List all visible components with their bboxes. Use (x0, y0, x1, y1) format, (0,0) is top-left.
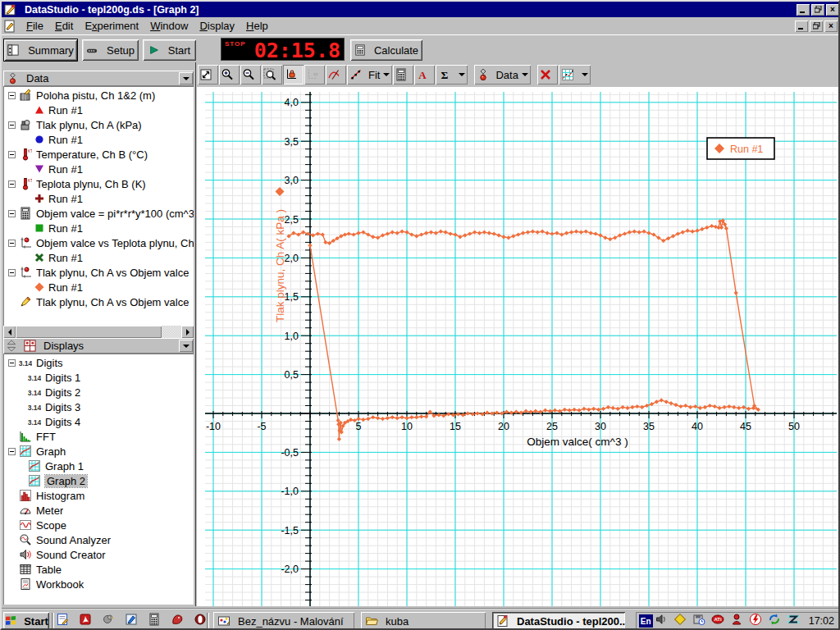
calculator-button[interactable] (393, 65, 413, 84)
run-tree-item[interactable]: Run #1 (3, 221, 194, 235)
expand-collapse-box[interactable] (8, 269, 16, 276)
expand-collapse-box[interactable] (8, 448, 16, 455)
data-tree-item[interactable]: Tlak plynu, Ch A vs Objem valce (3, 294, 194, 309)
calculate-button[interactable]: Calculate (350, 39, 422, 61)
summary-button[interactable]: Summary (4, 39, 77, 61)
tray-agent-button[interactable] (730, 613, 747, 629)
tray-volume-button[interactable] (655, 613, 672, 629)
menu-edit[interactable]: Edit (49, 18, 79, 34)
display-tree-item[interactable]: Sound Analyzer (3, 532, 194, 547)
data-tree-hscrollbar[interactable] (3, 326, 194, 338)
panel-splitter-icon[interactable] (7, 340, 16, 352)
tray-lightning-button[interactable] (749, 613, 766, 629)
text-note-button[interactable]: A (414, 65, 435, 84)
restore-button[interactable] (811, 4, 824, 16)
data-tree-item[interactable]: Objem valce = pi*r*r*y*100 (cm^3) (3, 206, 194, 221)
menu-help[interactable]: Help (240, 18, 274, 34)
display-child-item[interactable]: 3.14Digits 1 (3, 370, 194, 385)
expand-collapse-box[interactable] (8, 121, 16, 129)
display-child-item[interactable]: Graph 2 (3, 473, 194, 488)
data-tree-item[interactable]: Tlak plynu, Ch A (kPa) (3, 117, 194, 132)
expand-collapse-box[interactable] (8, 210, 16, 217)
display-child-item[interactable]: Graph 1 (3, 459, 194, 473)
tray-z-wave-button[interactable] (787, 613, 804, 629)
setup-button[interactable]: Setup (82, 39, 139, 61)
start-menu-button[interactable]: Start (3, 612, 49, 630)
quicklaunch-dragon-button[interactable] (171, 613, 188, 629)
zoom-out-button[interactable] (240, 65, 261, 84)
display-tree-item[interactable]: Table (3, 562, 194, 577)
display-tree-item[interactable]: Workbook (3, 577, 194, 591)
run-tree-item[interactable]: Run #1 (3, 280, 194, 294)
display-tree-item[interactable]: FFT (3, 429, 194, 444)
display-tree-item[interactable]: Graph (3, 444, 194, 459)
expand-collapse-box[interactable] (8, 359, 16, 367)
display-tree-item[interactable]: Sound Creator (3, 547, 194, 562)
zoom-select-button[interactable] (262, 65, 282, 84)
task-button-3[interactable]: DataStudio - tepl200... (492, 612, 625, 630)
run-tree-item[interactable]: Run #1 (3, 250, 194, 265)
statistics-button[interactable]: Σ (436, 65, 468, 84)
quicklaunch-draw-button[interactable] (125, 613, 142, 629)
run-tree-item[interactable]: Run #1 (3, 191, 194, 206)
fit-menu-button[interactable]: Fit (347, 65, 392, 84)
expand-collapse-box[interactable] (8, 92, 16, 99)
run-tree-item[interactable]: Run #1 (3, 103, 194, 117)
tray-disk-clock-button[interactable] (692, 613, 710, 629)
data-tree-item[interactable]: Objem valce vs Teplota plynu, Ch B (3, 235, 194, 250)
delete-button[interactable] (537, 65, 558, 84)
expand-collapse-box[interactable] (8, 151, 16, 158)
data-tree-item[interactable]: Poloha pistu, Ch 1&2 (m) (3, 88, 194, 103)
task-button-1[interactable]: Bez_názvu - Malování (213, 612, 354, 630)
display-tree-item[interactable]: 3.14Digits (3, 355, 194, 370)
child-close-button[interactable]: × (824, 21, 838, 32)
child-minimize-button[interactable] (795, 21, 808, 32)
data-panel-header[interactable]: Data (3, 71, 194, 86)
run-tree-item[interactable]: Run #1 (3, 162, 194, 176)
display-child-item[interactable]: 3.14Digits 3 (3, 399, 194, 414)
data-panel-dropdown-button[interactable] (179, 72, 193, 84)
data-tree-item[interactable]: Tlak plynu, Ch A vs Objem valce (3, 265, 194, 280)
expand-collapse-box[interactable] (8, 180, 16, 188)
data-menu-button[interactable]: Data (474, 65, 530, 84)
graph-settings-button[interactable] (559, 65, 591, 84)
child-restore-button[interactable] (810, 21, 823, 32)
data-tree-item[interactable]: KTDTeplota plynu, Ch B (K) (3, 176, 194, 191)
scale-to-fit-button[interactable] (198, 65, 218, 84)
displays-panel-dropdown-button[interactable] (179, 340, 193, 352)
display-tree-item[interactable]: Scope (3, 518, 194, 532)
menu-experiment[interactable]: Experiment (79, 18, 144, 34)
data-tree-item[interactable]: KTDTemperature, Ch B (°C) (3, 147, 194, 162)
scroll-right-button[interactable] (181, 326, 194, 338)
display-tree-item[interactable]: Histogram (3, 488, 194, 503)
menu-display[interactable]: Display (194, 18, 240, 34)
expand-collapse-box[interactable] (8, 240, 16, 247)
display-tree-item[interactable]: Meter (3, 503, 194, 518)
quicklaunch-bird-button[interactable] (102, 613, 119, 629)
tray-yellow-diamond-button[interactable] (673, 613, 691, 629)
start-button[interactable]: Start (143, 39, 196, 61)
quicklaunch-acrobat-button[interactable] (79, 613, 96, 629)
tray-ati-button[interactable]: ATi (711, 613, 728, 629)
minimize-button[interactable] (797, 4, 810, 16)
quicklaunch-notepad-button[interactable] (56, 613, 73, 629)
zoom-in-button[interactable] (219, 65, 240, 84)
scroll-left-button[interactable] (3, 326, 16, 338)
scrollbar-thumb[interactable] (16, 326, 162, 338)
show-xy-button[interactable]: xy (304, 65, 325, 84)
quicklaunch-calculator-button[interactable] (148, 613, 165, 629)
display-child-item[interactable]: 3.14Digits 2 (3, 385, 194, 399)
display-child-item[interactable]: 3.14Digits 4 (3, 414, 194, 429)
chart-plot-area[interactable]: -10-551015202530354045504,03,53,02,52,01… (197, 87, 840, 606)
run-tree-item[interactable]: Run #1 (3, 132, 194, 147)
tray-arrows-button[interactable] (768, 613, 785, 629)
slope-tool-button[interactable] (326, 65, 346, 84)
menu-file[interactable]: File (21, 18, 49, 34)
smart-tool-button[interactable] (283, 65, 304, 84)
menu-window[interactable]: Window (144, 18, 194, 34)
task-button-2[interactable]: kuba (361, 612, 486, 630)
close-button[interactable]: × (826, 4, 839, 16)
chart-legend[interactable]: Run #1 (707, 138, 774, 159)
keyboard-layout-indicator[interactable]: En (639, 614, 653, 628)
displays-panel-header[interactable]: Displays (3, 338, 194, 354)
